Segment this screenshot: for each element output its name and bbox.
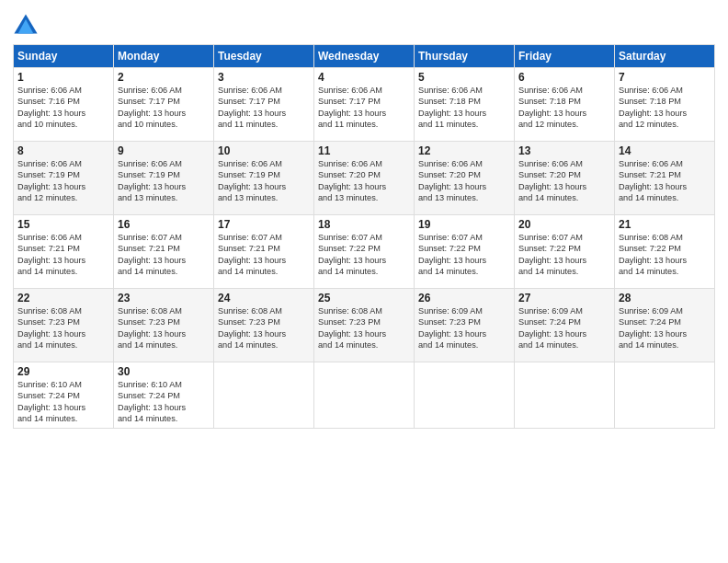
day-number: 22 bbox=[17, 292, 109, 304]
header-cell-monday: Monday bbox=[114, 45, 214, 68]
day-info: Sunrise: 6:06 AM Sunset: 7:17 PM Dayligh… bbox=[318, 85, 410, 131]
day-number: 2 bbox=[118, 71, 210, 84]
week-row-1: 1Sunrise: 6:06 AM Sunset: 7:16 PM Daylig… bbox=[14, 68, 715, 142]
header-cell-sunday: Sunday bbox=[14, 45, 114, 68]
week-row-3: 15Sunrise: 6:06 AM Sunset: 7:21 PM Dayli… bbox=[14, 215, 715, 289]
day-info: Sunrise: 6:06 AM Sunset: 7:18 PM Dayligh… bbox=[518, 85, 610, 131]
day-number: 3 bbox=[218, 71, 310, 84]
day-info: Sunrise: 6:06 AM Sunset: 7:17 PM Dayligh… bbox=[118, 85, 210, 131]
day-cell: 6Sunrise: 6:06 AM Sunset: 7:18 PM Daylig… bbox=[515, 68, 615, 142]
day-cell bbox=[415, 362, 515, 429]
day-info: Sunrise: 6:09 AM Sunset: 7:23 PM Dayligh… bbox=[418, 305, 510, 351]
day-info: Sunrise: 6:06 AM Sunset: 7:19 PM Dayligh… bbox=[218, 158, 310, 204]
day-cell: 15Sunrise: 6:06 AM Sunset: 7:21 PM Dayli… bbox=[14, 215, 114, 289]
day-cell: 22Sunrise: 6:08 AM Sunset: 7:23 PM Dayli… bbox=[14, 289, 114, 362]
day-info: Sunrise: 6:07 AM Sunset: 7:21 PM Dayligh… bbox=[218, 232, 310, 278]
day-info: Sunrise: 6:08 AM Sunset: 7:23 PM Dayligh… bbox=[118, 305, 210, 351]
day-cell: 13Sunrise: 6:06 AM Sunset: 7:20 PM Dayli… bbox=[515, 142, 615, 215]
page: SundayMondayTuesdayWednesdayThursdayFrid… bbox=[0, 0, 728, 563]
day-info: Sunrise: 6:07 AM Sunset: 7:21 PM Dayligh… bbox=[118, 232, 210, 278]
day-cell: 27Sunrise: 6:09 AM Sunset: 7:24 PM Dayli… bbox=[515, 289, 615, 362]
logo bbox=[13, 13, 42, 39]
week-row-5: 29Sunrise: 6:10 AM Sunset: 7:24 PM Dayli… bbox=[14, 362, 715, 429]
day-cell: 18Sunrise: 6:07 AM Sunset: 7:22 PM Dayli… bbox=[314, 215, 415, 289]
day-number: 4 bbox=[318, 71, 410, 84]
day-cell: 4Sunrise: 6:06 AM Sunset: 7:17 PM Daylig… bbox=[314, 68, 415, 142]
day-number: 29 bbox=[17, 365, 109, 378]
day-cell: 17Sunrise: 6:07 AM Sunset: 7:21 PM Dayli… bbox=[214, 215, 314, 289]
day-cell: 20Sunrise: 6:07 AM Sunset: 7:22 PM Dayli… bbox=[515, 215, 615, 289]
day-cell: 10Sunrise: 6:06 AM Sunset: 7:19 PM Dayli… bbox=[214, 142, 314, 215]
day-info: Sunrise: 6:08 AM Sunset: 7:23 PM Dayligh… bbox=[218, 305, 310, 351]
day-cell: 26Sunrise: 6:09 AM Sunset: 7:23 PM Dayli… bbox=[415, 289, 515, 362]
day-cell bbox=[314, 362, 415, 429]
day-number: 28 bbox=[619, 292, 711, 304]
day-info: Sunrise: 6:10 AM Sunset: 7:24 PM Dayligh… bbox=[118, 379, 210, 425]
day-cell: 25Sunrise: 6:08 AM Sunset: 7:23 PM Dayli… bbox=[314, 289, 415, 362]
day-info: Sunrise: 6:07 AM Sunset: 7:22 PM Dayligh… bbox=[318, 232, 410, 278]
day-cell: 14Sunrise: 6:06 AM Sunset: 7:21 PM Dayli… bbox=[615, 142, 715, 215]
day-number: 6 bbox=[518, 71, 610, 84]
day-info: Sunrise: 6:08 AM Sunset: 7:23 PM Dayligh… bbox=[17, 305, 109, 351]
day-cell: 21Sunrise: 6:08 AM Sunset: 7:22 PM Dayli… bbox=[615, 215, 715, 289]
day-number: 21 bbox=[619, 218, 711, 231]
day-number: 8 bbox=[17, 144, 109, 157]
day-cell: 24Sunrise: 6:08 AM Sunset: 7:23 PM Dayli… bbox=[214, 289, 314, 362]
day-cell: 16Sunrise: 6:07 AM Sunset: 7:21 PM Dayli… bbox=[114, 215, 214, 289]
day-number: 15 bbox=[17, 218, 109, 231]
day-cell: 1Sunrise: 6:06 AM Sunset: 7:16 PM Daylig… bbox=[14, 68, 114, 142]
header-cell-thursday: Thursday bbox=[415, 45, 515, 68]
day-number: 24 bbox=[218, 292, 310, 304]
day-cell: 19Sunrise: 6:07 AM Sunset: 7:22 PM Dayli… bbox=[415, 215, 515, 289]
day-number: 5 bbox=[418, 71, 510, 84]
day-number: 13 bbox=[518, 144, 610, 157]
day-cell: 28Sunrise: 6:09 AM Sunset: 7:24 PM Dayli… bbox=[615, 289, 715, 362]
day-info: Sunrise: 6:07 AM Sunset: 7:22 PM Dayligh… bbox=[418, 232, 510, 278]
day-info: Sunrise: 6:06 AM Sunset: 7:20 PM Dayligh… bbox=[418, 158, 510, 204]
header-row: SundayMondayTuesdayWednesdayThursdayFrid… bbox=[14, 45, 715, 68]
header-cell-wednesday: Wednesday bbox=[314, 45, 415, 68]
day-info: Sunrise: 6:08 AM Sunset: 7:23 PM Dayligh… bbox=[318, 305, 410, 351]
day-cell: 29Sunrise: 6:10 AM Sunset: 7:24 PM Dayli… bbox=[14, 362, 114, 429]
day-info: Sunrise: 6:07 AM Sunset: 7:22 PM Dayligh… bbox=[518, 232, 610, 278]
day-cell: 2Sunrise: 6:06 AM Sunset: 7:17 PM Daylig… bbox=[114, 68, 214, 142]
day-info: Sunrise: 6:06 AM Sunset: 7:18 PM Dayligh… bbox=[418, 85, 510, 131]
day-number: 25 bbox=[318, 292, 410, 304]
day-info: Sunrise: 6:06 AM Sunset: 7:21 PM Dayligh… bbox=[619, 158, 711, 204]
day-cell bbox=[515, 362, 615, 429]
day-info: Sunrise: 6:06 AM Sunset: 7:20 PM Dayligh… bbox=[518, 158, 610, 204]
day-number: 23 bbox=[118, 292, 210, 304]
day-cell: 8Sunrise: 6:06 AM Sunset: 7:19 PM Daylig… bbox=[14, 142, 114, 215]
day-cell: 30Sunrise: 6:10 AM Sunset: 7:24 PM Dayli… bbox=[114, 362, 214, 429]
day-number: 19 bbox=[418, 218, 510, 231]
day-number: 11 bbox=[318, 144, 410, 157]
day-cell: 3Sunrise: 6:06 AM Sunset: 7:17 PM Daylig… bbox=[214, 68, 314, 142]
day-number: 10 bbox=[218, 144, 310, 157]
day-info: Sunrise: 6:10 AM Sunset: 7:24 PM Dayligh… bbox=[17, 379, 109, 425]
day-info: Sunrise: 6:06 AM Sunset: 7:19 PM Dayligh… bbox=[118, 158, 210, 204]
header-cell-saturday: Saturday bbox=[615, 45, 715, 68]
day-cell bbox=[214, 362, 314, 429]
day-number: 7 bbox=[619, 71, 711, 84]
day-info: Sunrise: 6:06 AM Sunset: 7:21 PM Dayligh… bbox=[17, 232, 109, 278]
day-cell: 12Sunrise: 6:06 AM Sunset: 7:20 PM Dayli… bbox=[415, 142, 515, 215]
week-row-4: 22Sunrise: 6:08 AM Sunset: 7:23 PM Dayli… bbox=[14, 289, 715, 362]
day-info: Sunrise: 6:06 AM Sunset: 7:18 PM Dayligh… bbox=[619, 85, 711, 131]
day-number: 17 bbox=[218, 218, 310, 231]
header-cell-friday: Friday bbox=[515, 45, 615, 68]
day-number: 12 bbox=[418, 144, 510, 157]
day-cell: 7Sunrise: 6:06 AM Sunset: 7:18 PM Daylig… bbox=[615, 68, 715, 142]
day-info: Sunrise: 6:09 AM Sunset: 7:24 PM Dayligh… bbox=[518, 305, 610, 351]
day-cell: 9Sunrise: 6:06 AM Sunset: 7:19 PM Daylig… bbox=[114, 142, 214, 215]
day-cell: 11Sunrise: 6:06 AM Sunset: 7:20 PM Dayli… bbox=[314, 142, 415, 215]
day-number: 26 bbox=[418, 292, 510, 304]
day-number: 30 bbox=[118, 365, 210, 378]
day-info: Sunrise: 6:06 AM Sunset: 7:17 PM Dayligh… bbox=[218, 85, 310, 131]
day-info: Sunrise: 6:06 AM Sunset: 7:16 PM Dayligh… bbox=[17, 85, 109, 131]
day-cell: 23Sunrise: 6:08 AM Sunset: 7:23 PM Dayli… bbox=[114, 289, 214, 362]
day-info: Sunrise: 6:09 AM Sunset: 7:24 PM Dayligh… bbox=[619, 305, 711, 351]
week-row-2: 8Sunrise: 6:06 AM Sunset: 7:19 PM Daylig… bbox=[14, 142, 715, 215]
day-number: 14 bbox=[619, 144, 711, 157]
day-cell: 5Sunrise: 6:06 AM Sunset: 7:18 PM Daylig… bbox=[415, 68, 515, 142]
day-cell bbox=[615, 362, 715, 429]
